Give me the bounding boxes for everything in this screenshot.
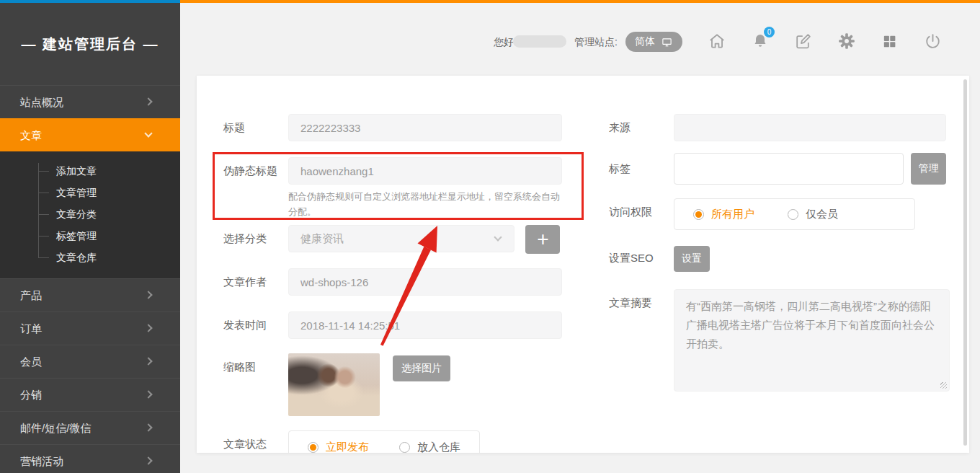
form-right-column: 来源 标签 管理 访问权限 所有用户 仅会员 bbox=[609, 114, 946, 394]
sidebar: — 建站管理后台 — 站点概况 文章 添加文章 文章管理 文章分类 标签管理 文… bbox=[0, 3, 180, 473]
access-members-only-label: 仅会员 bbox=[806, 208, 838, 221]
access-members-only-option[interactable]: 仅会员 bbox=[788, 208, 838, 221]
greeting-text: 您好 bbox=[494, 36, 514, 49]
chevron-down-icon bbox=[494, 233, 502, 241]
brand-title: — 建站管理后台 — bbox=[0, 3, 180, 85]
notifications-button[interactable]: 0 bbox=[750, 30, 770, 52]
author-input[interactable] bbox=[288, 268, 562, 296]
home-icon bbox=[708, 32, 726, 50]
apps-button[interactable] bbox=[880, 30, 899, 52]
source-label: 来源 bbox=[609, 114, 674, 135]
submenu-item-label: 标签管理 bbox=[56, 230, 97, 242]
add-category-button[interactable]: + bbox=[525, 225, 560, 254]
radio-unselected-icon[interactable] bbox=[788, 209, 798, 220]
chevron-right-icon bbox=[144, 456, 152, 464]
summary-label: 文章摘要 bbox=[609, 289, 674, 310]
source-row: 来源 bbox=[609, 114, 946, 141]
sidebar-item-label: 文章 bbox=[20, 129, 42, 141]
status-warehouse-option[interactable]: 放入仓库 bbox=[399, 441, 460, 454]
status-label: 文章状态 bbox=[223, 430, 288, 451]
sidebar-item-label: 分销 bbox=[20, 389, 42, 401]
sidebar-item-label: 营销活动 bbox=[20, 455, 63, 467]
submenu-item-add-article[interactable]: 添加文章 bbox=[0, 160, 180, 182]
sidebar-item-marketing[interactable]: 营销活动 bbox=[0, 444, 180, 473]
sidebar-item-mail-sms-wechat[interactable]: 邮件/短信/微信 bbox=[0, 411, 180, 444]
grid-icon bbox=[881, 33, 898, 50]
submenu-item-tag-manage[interactable]: 标签管理 bbox=[0, 225, 180, 247]
radio-selected-icon[interactable] bbox=[308, 442, 318, 453]
access-all-users-label: 所有用户 bbox=[711, 208, 754, 221]
category-select[interactable]: 健康资讯 bbox=[288, 225, 514, 252]
submenu-item-article-manage[interactable]: 文章管理 bbox=[0, 182, 180, 203]
category-label: 选择分类 bbox=[223, 225, 288, 246]
category-row: 选择分类 健康资讯 + bbox=[223, 225, 562, 254]
status-warehouse-label: 放入仓库 bbox=[417, 441, 460, 454]
submenu-item-label: 添加文章 bbox=[56, 165, 97, 177]
summary-row: 文章摘要 有“西南第一高钢塔，四川第二高电视塔”之称的德阳广播电视塔主塔广告位将… bbox=[609, 289, 946, 394]
chevron-right-icon bbox=[144, 97, 152, 105]
author-label: 文章作者 bbox=[223, 268, 288, 289]
sidebar-item-site-overview[interactable]: 站点概况 bbox=[0, 85, 180, 118]
seo-settings-button[interactable]: 设置 bbox=[674, 246, 710, 272]
publish-time-label: 发表时间 bbox=[223, 311, 288, 332]
status-radio-group: 立即发布 放入仓库 bbox=[288, 430, 480, 453]
slug-label: 伪静态标题 bbox=[223, 157, 288, 178]
topbar: 您好 管理站点: 简体 0 bbox=[180, 3, 980, 75]
username-redacted bbox=[513, 35, 566, 48]
sidebar-item-order[interactable]: 订单 bbox=[0, 311, 180, 345]
sidebar-item-product[interactable]: 产品 bbox=[0, 278, 180, 311]
gear-icon bbox=[837, 32, 856, 50]
chevron-right-icon bbox=[144, 357, 152, 365]
status-row: 文章状态 立即发布 放入仓库 bbox=[223, 430, 562, 453]
thumbnail-image bbox=[288, 353, 380, 416]
sidebar-item-distribution[interactable]: 分销 bbox=[0, 378, 180, 411]
access-all-users-option[interactable]: 所有用户 bbox=[693, 208, 754, 221]
publish-time-input[interactable] bbox=[288, 311, 562, 339]
article-edit-panel: 标题 伪静态标题 配合伪静态规则可自定义浏览器地址栏显示地址，留空系统会自动分配… bbox=[197, 76, 969, 453]
status-publish-label: 立即发布 bbox=[326, 441, 369, 454]
sidebar-nav: 站点概况 文章 添加文章 文章管理 文章分类 标签管理 文章仓库 产品 订单 会… bbox=[0, 85, 180, 473]
sidebar-item-label: 会员 bbox=[20, 355, 42, 368]
submenu-item-article-warehouse[interactable]: 文章仓库 bbox=[0, 247, 180, 268]
power-icon bbox=[924, 32, 942, 50]
submenu-item-label: 文章分类 bbox=[56, 208, 97, 220]
source-input[interactable] bbox=[674, 114, 946, 141]
edit-icon bbox=[794, 32, 812, 50]
home-button[interactable] bbox=[707, 30, 726, 52]
sidebar-item-label: 产品 bbox=[20, 289, 42, 301]
summary-textarea[interactable]: 有“西南第一高钢塔，四川第二高电视塔”之称的德阳广播电视塔主塔广告位将于本月下旬… bbox=[674, 289, 950, 392]
title-label: 标题 bbox=[223, 114, 288, 135]
sidebar-item-article[interactable]: 文章 bbox=[0, 118, 180, 151]
seo-row: 设置SEO 设置 bbox=[609, 246, 946, 272]
sidebar-item-member[interactable]: 会员 bbox=[0, 345, 180, 378]
thumbnail-row: 缩略图 选择图片 bbox=[223, 353, 562, 416]
access-label: 访问权限 bbox=[609, 198, 674, 219]
title-input[interactable] bbox=[288, 114, 562, 141]
settings-button[interactable] bbox=[837, 30, 856, 52]
access-radio-group: 所有用户 仅会员 bbox=[674, 198, 915, 230]
radio-unselected-icon[interactable] bbox=[399, 442, 410, 453]
status-publish-option[interactable]: 立即发布 bbox=[308, 441, 369, 454]
tags-manage-button[interactable]: 管理 bbox=[911, 153, 946, 185]
author-row: 文章作者 bbox=[223, 268, 562, 296]
thumbnail-label: 缩略图 bbox=[223, 353, 288, 374]
choose-image-button[interactable]: 选择图片 bbox=[393, 355, 450, 381]
chevron-right-icon bbox=[144, 324, 152, 332]
panel-scrollbar[interactable] bbox=[963, 79, 967, 446]
radio-selected-icon[interactable] bbox=[693, 209, 704, 220]
sidebar-item-label: 订单 bbox=[20, 322, 42, 335]
tags-input[interactable] bbox=[674, 153, 904, 185]
chevron-right-icon bbox=[144, 291, 152, 299]
category-selected-value: 健康资讯 bbox=[300, 232, 344, 246]
sidebar-item-label: 站点概况 bbox=[20, 96, 63, 108]
sidebar-item-label: 邮件/短信/微信 bbox=[20, 422, 91, 434]
edit-button[interactable] bbox=[793, 30, 813, 52]
topbar-icons: 0 bbox=[707, 30, 943, 52]
submenu-item-article-category[interactable]: 文章分类 bbox=[0, 203, 180, 225]
chevron-right-icon bbox=[144, 390, 152, 398]
logout-button[interactable] bbox=[923, 30, 943, 52]
seo-label: 设置SEO bbox=[609, 246, 674, 265]
language-pill-button[interactable]: 简体 bbox=[625, 32, 682, 52]
slug-input[interactable] bbox=[288, 157, 562, 185]
title-row: 标题 bbox=[223, 114, 562, 141]
